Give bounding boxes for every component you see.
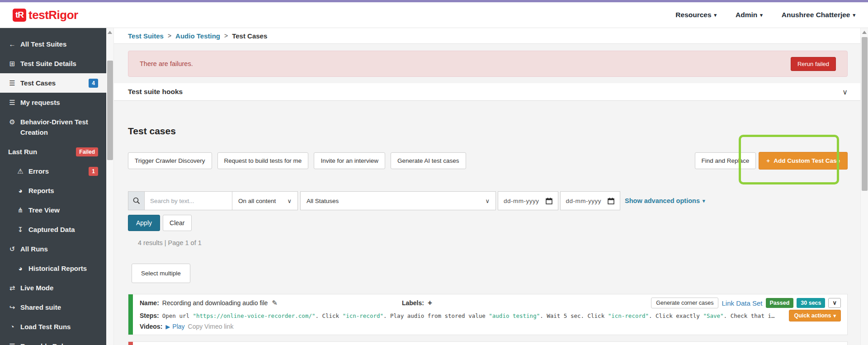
date-from-placeholder: dd-mm-yyyy — [504, 198, 539, 204]
status-filter-select[interactable]: All Statuses ∨ — [300, 191, 496, 210]
breadcrumb-audio-testing[interactable]: Audio Testing — [175, 32, 220, 40]
quick-actions-label: Quick actions — [794, 312, 831, 319]
shuffle-icon: ⇄ — [8, 283, 16, 293]
nav-admin[interactable]: Admin ▾ — [736, 11, 763, 19]
sidebar-item-behavior-driven[interactable]: ⚙ Behavior-Driven Test Creation — [0, 112, 106, 142]
scope-value: On all content — [238, 198, 276, 204]
sidebar-item-live-mode[interactable]: ⇄ Live Mode — [0, 278, 106, 298]
share-icon: ↪ — [8, 302, 16, 312]
scrollbar-thumb[interactable] — [862, 37, 868, 191]
sidebar-item-last-run[interactable]: Last Run Failed — [0, 142, 106, 161]
test-case-body: Name: Recording and downloading audio fi… — [133, 294, 847, 335]
nav-resources-label: Resources — [675, 11, 711, 19]
caret-down-icon: ▾ — [853, 12, 855, 18]
step-quoted: "icn-record" — [608, 312, 649, 319]
sidebar-item-label: Last Run — [8, 147, 37, 157]
name-line: Name: Recording and downloading audio fi… — [140, 298, 841, 308]
list-icon: ☰ — [8, 97, 16, 108]
sidebar-item-tree-view[interactable]: ⋔ Tree View — [0, 200, 106, 220]
add-label-icon[interactable]: + — [428, 300, 432, 306]
testrigor-logo[interactable]: tR testRigor — [13, 8, 78, 22]
sidebar-item-label: Tree View — [28, 205, 60, 215]
step-segment: . Click — [315, 312, 342, 319]
step-quoted: "audio testing" — [489, 312, 540, 319]
sidebar-item-reports[interactable]: ◕ Reports — [0, 181, 106, 200]
date-from-input[interactable]: dd-mm-yyyy — [498, 191, 558, 210]
arrow-left-icon: ← — [8, 39, 16, 49]
sidebar-item-label: Shared suite — [20, 302, 61, 312]
test-case-name: Recording and downloading audio file — [162, 299, 268, 307]
sidebar-item-my-requests[interactable]: ☰ My requests — [0, 93, 106, 112]
sidebar-item-reusable-rules[interactable]: ☰ Reusable Rules — [0, 336, 106, 345]
sidebar-item-errors[interactable]: ⚠ Errors 1 — [0, 161, 106, 181]
date-to-placeholder: dd-mm-yyyy — [566, 198, 602, 204]
logo-badge: tR — [13, 9, 26, 22]
breadcrumb: Test Suites > Audio Testing > Test Cases — [114, 28, 860, 44]
select-multiple-wrap: Select multiple — [132, 264, 860, 283]
search-scope-select[interactable]: On all content ∨ — [232, 191, 298, 210]
scroll-up-arrow-icon[interactable] — [108, 31, 112, 34]
status-bar-failed — [128, 342, 133, 345]
select-multiple-button[interactable]: Select multiple — [132, 264, 190, 283]
generate-corner-cases-button[interactable]: Generate corner cases — [651, 298, 718, 308]
sidebar-item-shared-suite[interactable]: ↪ Shared suite — [0, 298, 106, 317]
row-actions: Generate corner cases Link Data Set Pass… — [651, 298, 841, 308]
scrollbar-thumb[interactable] — [107, 61, 113, 160]
apply-button[interactable]: Apply — [128, 215, 160, 231]
nav-resources[interactable]: Resources ▾ — [675, 11, 717, 19]
calendar-icon[interactable] — [608, 198, 614, 204]
sidebar-item-label: Errors — [28, 166, 49, 176]
play-video-link[interactable]: ▶ Play — [165, 323, 184, 330]
sidebar-item-captured-data[interactable]: ↧ Captured Data — [0, 220, 106, 239]
edit-icon[interactable]: ✎ — [272, 299, 278, 307]
search-icon — [133, 197, 140, 204]
tree-icon: ⋔ — [16, 205, 24, 215]
sidebar-item-historical-reports[interactable]: ◕ Historical Reports — [0, 259, 106, 278]
sidebar-item-test-cases[interactable]: ☰ Test Cases 4 — [0, 73, 106, 93]
content-left-scrollbar[interactable] — [106, 28, 114, 345]
rerun-failed-button[interactable]: Rerun failed — [791, 57, 836, 71]
trigger-crawler-button[interactable]: Trigger Crawler Discovery — [128, 152, 212, 169]
sidebar-item-all-test-suites[interactable]: ← All Test Suites — [0, 34, 106, 54]
request-build-tests-button[interactable]: Request to build tests for me — [217, 152, 309, 169]
sidebar-item-label: Reports — [28, 185, 54, 196]
add-custom-wrap: + Add Custom Test Case — [759, 152, 848, 170]
invite-interview-button[interactable]: Invite for an interview — [314, 152, 385, 169]
find-and-replace-button[interactable]: Find and Replace — [695, 152, 756, 169]
search-input[interactable] — [145, 191, 232, 210]
calendar-icon[interactable] — [546, 198, 552, 204]
scroll-up-arrow-icon[interactable] — [862, 31, 867, 34]
show-advanced-options-link[interactable]: Show advanced options ▾ — [625, 191, 705, 210]
expand-chevron-button[interactable]: ∨ — [828, 298, 841, 308]
test-suite-hooks-panel[interactable]: Test suite hooks ∨ — [114, 83, 860, 101]
download-icon: ↧ — [16, 224, 24, 235]
alert-message: There are failures. — [140, 60, 193, 67]
sidebar-item-load-test-runs[interactable]: ◔ Load Test Runs — [0, 317, 106, 336]
step-segment: . Play audio from stored value — [383, 312, 489, 319]
link-data-set-link[interactable]: Link Data Set — [722, 299, 762, 307]
advanced-label: Show advanced options — [625, 197, 700, 204]
generate-ai-tests-button[interactable]: Generate AI test cases — [391, 152, 466, 169]
sidebar-item-test-suite-details[interactable]: ⊞ Test Suite Details — [0, 54, 106, 73]
videos-line: Videos: ▶ Play Copy Vimeo link — [140, 323, 841, 330]
failed-badge: Failed — [76, 147, 98, 156]
sidebar-item-label: All Runs — [20, 244, 48, 254]
clear-button[interactable]: Clear — [163, 215, 191, 231]
chevron-down-icon[interactable]: ∨ — [842, 88, 848, 96]
play-label: Play — [172, 323, 184, 330]
breadcrumb-test-suites[interactable]: Test Suites — [128, 32, 164, 40]
sidebar-item-all-runs[interactable]: ↺ All Runs — [0, 239, 106, 259]
sidebar-item-label: All Test Suites — [20, 39, 66, 49]
page-right-scrollbar[interactable] — [860, 28, 868, 345]
quick-actions-button[interactable]: Quick actions ▾ — [789, 310, 841, 321]
right-actions: Find and Replace + Add Custom Test Case — [695, 152, 848, 170]
play-icon: ▶ — [165, 323, 170, 330]
add-custom-test-case-button[interactable]: + Add Custom Test Case — [759, 152, 848, 170]
date-to-input[interactable]: dd-mm-yyyy — [560, 191, 621, 210]
page-title: Test cases — [128, 126, 860, 137]
main-content: Test Suites > Audio Testing > Test Cases… — [114, 28, 860, 345]
name-label: Name: — [140, 299, 159, 307]
copy-vimeo-link[interactable]: Copy Vimeo link — [188, 323, 234, 330]
caret-down-icon: ▾ — [760, 12, 763, 18]
nav-user-menu[interactable]: Anushree Chatterjee ▾ — [782, 11, 855, 19]
